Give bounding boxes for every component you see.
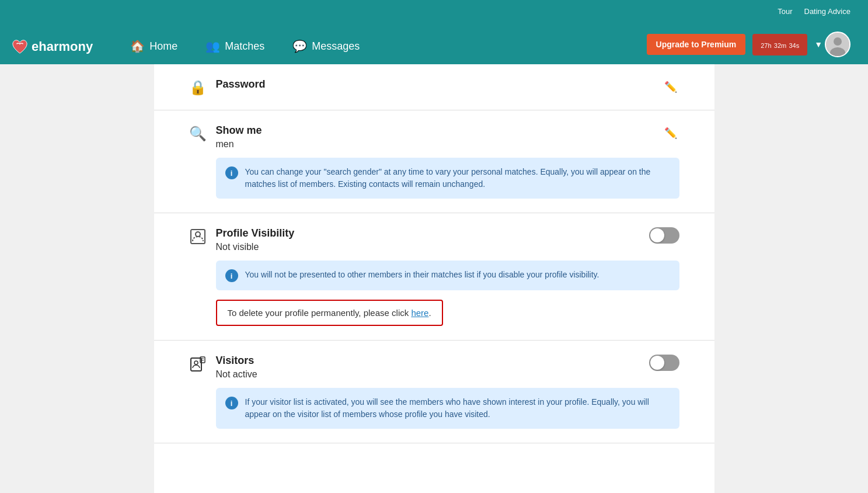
matches-icon: 👥	[205, 39, 220, 53]
profile-visibility-left: Profile Visibility Not visible	[189, 227, 295, 252]
svg-point-3	[196, 232, 200, 237]
toggle-thumb	[650, 228, 664, 242]
visitors-toggle-thumb	[650, 356, 664, 370]
delete-profile-suffix: .	[428, 308, 431, 318]
timer-hours: 27	[761, 42, 768, 49]
show-me-info-text: You can change your "search gender" at a…	[245, 166, 670, 190]
profile-visibility-header: Profile Visibility Not visible	[189, 227, 679, 252]
profile-dropdown[interactable]: ▼	[814, 32, 850, 57]
logo-icon	[12, 39, 28, 55]
info-icon-visitors: i	[225, 397, 238, 409]
nav-home-label: Home	[149, 40, 177, 53]
show-me-left: 🔍 Show me men	[189, 124, 262, 150]
delete-profile-link[interactable]: here	[411, 308, 428, 318]
nav-matches[interactable]: 👥 Matches	[191, 30, 278, 64]
profile-visibility-title: Profile Visibility	[216, 227, 295, 239]
nav-right: Upgrade to Premium 27h 32m 34s ▼	[647, 32, 850, 64]
show-me-header: 🔍 Show me men ✏️	[189, 124, 679, 150]
password-left: 🔒 Password	[189, 78, 266, 96]
profile-visibility-value: Not visible	[216, 242, 295, 252]
lock-icon: 🔒	[189, 79, 207, 96]
nav-matches-label: Matches	[225, 40, 264, 53]
visitors-icon	[189, 356, 207, 376]
password-section: 🔒 Password ✏️	[154, 64, 714, 110]
navbar: Tour Dating Advice eharmony 🏠 Home 👥 Mat…	[0, 0, 868, 64]
profile-visibility-info-text: You will not be presented to other membe…	[245, 269, 599, 281]
visitors-value: Not active	[216, 369, 257, 380]
password-edit-button[interactable]: ✏️	[662, 78, 679, 96]
logo-text: eharmony	[32, 39, 93, 54]
avatar	[825, 32, 850, 57]
show-me-info-box: i You can change your "search gender" at…	[216, 158, 679, 199]
chevron-down-icon: ▼	[814, 40, 822, 49]
show-me-value: men	[216, 139, 262, 150]
info-icon: i	[225, 166, 238, 179]
profile-visibility-section: Profile Visibility Not visible i You wil…	[154, 213, 714, 341]
visitors-title: Visitors	[216, 355, 257, 367]
delete-profile-text: To delete your profile permanently, plea…	[228, 308, 412, 318]
home-icon: 🏠	[130, 39, 145, 53]
timer-minutes: 32	[774, 42, 781, 49]
visitors-info-text: If your visitor list is activated, you w…	[245, 396, 670, 421]
navbar-top-links: Tour Dating Advice	[778, 7, 850, 16]
visitors-toggle-track	[649, 355, 679, 371]
show-me-title: Show me	[216, 124, 262, 137]
password-title: Password	[216, 78, 266, 91]
nav-messages[interactable]: 💬 Messages	[278, 30, 374, 64]
profile-visibility-info-box: i You will not be presented to other mem…	[216, 261, 679, 290]
dating-advice-link[interactable]: Dating Advice	[804, 7, 851, 16]
visitors-toggle[interactable]	[649, 355, 679, 371]
messages-icon: 💬	[292, 39, 307, 53]
upgrade-button[interactable]: Upgrade to Premium	[647, 34, 746, 55]
show-me-section: 🔍 Show me men ✏️ i You can change your "…	[154, 110, 714, 213]
logo[interactable]: eharmony	[12, 39, 93, 64]
avatar-silhouette	[826, 33, 849, 56]
main-content: 🔒 Password ✏️ 🔍 Show me men ✏️ i You can…	[154, 64, 714, 493]
tour-link[interactable]: Tour	[778, 7, 792, 16]
nav-messages-label: Messages	[312, 40, 360, 53]
nav-links: 🏠 Home 👥 Matches 💬 Messages	[116, 30, 646, 64]
svg-point-6	[194, 361, 198, 364]
visitors-section: Visitors Not active i If your visitor li…	[154, 341, 714, 443]
countdown-timer: 27h 32m 34s	[752, 34, 807, 55]
password-header: 🔒 Password ✏️	[189, 78, 679, 96]
search-icon: 🔍	[189, 126, 207, 142]
timer-seconds: 34	[789, 42, 796, 49]
show-me-edit-button[interactable]: ✏️	[662, 124, 679, 142]
visibility-icon	[189, 228, 207, 248]
svg-point-1	[834, 37, 842, 46]
visitors-info-box: i If your visitor list is activated, you…	[216, 388, 679, 429]
toggle-track	[649, 227, 679, 244]
visitors-header: Visitors Not active	[189, 355, 679, 380]
delete-profile-box: To delete your profile permanently, plea…	[216, 300, 443, 326]
info-icon-visibility: i	[225, 269, 238, 282]
nav-home[interactable]: 🏠 Home	[116, 30, 191, 64]
profile-visibility-toggle[interactable]	[649, 227, 679, 244]
visitors-left: Visitors Not active	[189, 355, 257, 380]
